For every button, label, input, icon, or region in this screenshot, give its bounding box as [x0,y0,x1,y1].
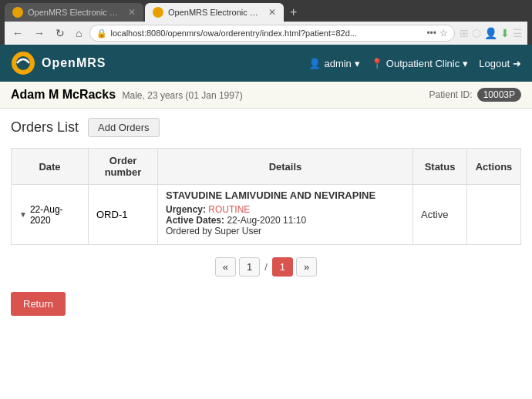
address-bar[interactable]: 🔒 localhost:8080/openmrs/owa/orderentry/… [89,25,455,42]
orders-header: Orders List Add Orders [11,118,521,137]
ordered-by: Ordered by Super User [166,226,261,236]
openmrs-logo: OpenMRS [11,51,106,75]
active-dates-value: 22-Aug-2020 11:10 [227,215,306,226]
total-pages-button[interactable]: 1 [272,257,293,277]
orders-title: Orders List [11,119,79,136]
tab-title-1: OpenMRS Electronic Medical R… [28,8,123,17]
col-details: Details [158,149,413,185]
patient-demographics: Male, 23 years (01 Jan 1997) [123,90,243,101]
browser-tab-1[interactable]: OpenMRS Electronic Medical R… ✕ [5,3,143,22]
address-text: localhost:8080/openmrs/owa/orderentry/in… [110,28,423,38]
add-orders-button[interactable]: Add Orders [88,118,159,137]
patient-name: Adam M McRacks Male, 23 years (01 Jan 19… [11,88,243,101]
screenshot-icon[interactable]: ⬡ [472,27,481,39]
chevron-down-icon[interactable]: ▼ [19,210,27,219]
tab-title-2: OpenMRS Electronic Medical … [168,8,264,17]
app-header: OpenMRS 👤 admin ▾ 📍 Outpatient Clinic ▾ … [0,45,532,82]
col-order-number: Ordernumber [89,149,158,185]
refresh-button[interactable]: ↻ [52,25,68,41]
lock-icon: 🔒 [96,28,107,39]
svg-point-1 [16,56,30,70]
order-date-cell: ▼ 22-Aug-2020 [12,185,89,245]
order-date: ▼ 22-Aug-2020 [19,204,80,226]
active-dates-label: Active Dates: [166,215,224,226]
patient-bar: Adam M McRacks Male, 23 years (01 Jan 19… [0,82,532,109]
page-content: Orders List Add Orders Date Ordernumber … [0,109,532,325]
header-right: 👤 admin ▾ 📍 Outpatient Clinic ▾ Logout ➜ [308,58,521,69]
order-details-cell: STAVUDINE LAMIVUDINE AND NEVIRAPINE Urge… [158,185,413,245]
orders-table: Date Ordernumber Details Status Actions … [11,148,521,245]
order-sub-details: Urgency: ROUTINE Active Dates: 22-Aug-20… [166,201,405,240]
dropdown-arrow: ▾ [355,58,360,69]
forward-button[interactable]: → [31,25,48,41]
address-actions: ••• ☆ [426,28,448,39]
logo-text: OpenMRS [42,56,106,70]
page-separator: / [263,261,269,273]
table-header: Date Ordernumber Details Status Actions [12,149,521,185]
browser-addressbar: ← → ↻ ⌂ 🔒 localhost:8080/openmrs/owa/ord… [5,22,527,45]
order-number-cell: ORD-1 [89,185,158,245]
user-icon: 👤 [308,58,321,69]
current-page-button[interactable]: 1 [239,257,260,277]
location-dropdown-arrow: ▾ [463,58,468,69]
openmrs-logo-icon [11,51,35,75]
patient-info-section: Adam M McRacks Male, 23 years (01 Jan 19… [11,88,243,102]
browser-right-actions: ⊞ ⬡ 👤 ⬇ ☰ [460,27,523,39]
bookmark-icon[interactable]: ☆ [439,28,448,39]
home-button[interactable]: ⌂ [72,25,85,41]
admin-menu[interactable]: 👤 admin ▾ [308,58,359,69]
menu-icon[interactable]: ☰ [513,27,523,39]
tab-favicon-2 [153,7,163,18]
extensions-icon[interactable]: ⊞ [460,27,469,39]
location-icon: 📍 [371,58,383,69]
browser-chrome: OpenMRS Electronic Medical R… ✕ OpenMRS … [0,0,532,45]
logout-button[interactable]: Logout ➜ [479,58,521,69]
first-page-button[interactable]: « [215,257,236,277]
order-number: ORD-1 [96,209,127,220]
location-menu[interactable]: 📍 Outpatient Clinic ▾ [371,58,468,69]
col-actions: Actions [467,149,521,185]
tab-close-2[interactable]: ✕ [268,7,276,18]
more-icon[interactable]: ••• [426,28,436,39]
logout-icon: ➜ [513,58,521,69]
col-status: Status [413,149,467,185]
tab-favicon-1 [12,7,23,18]
return-button[interactable]: Return [11,292,66,316]
status-badge: Active [421,209,448,220]
back-button[interactable]: ← [9,25,26,41]
drug-name: STAVUDINE LAMIVUDINE AND NEVIRAPINE [166,189,405,201]
footer-actions: Return [11,277,521,316]
patient-id-box: Patient ID: 10003P [429,88,521,102]
browser-tabs: OpenMRS Electronic Medical R… ✕ OpenMRS … [5,3,527,22]
download-icon[interactable]: ⬇ [500,27,510,39]
col-date: Date [12,149,89,185]
urgency-label: Urgency: [166,204,206,215]
new-tab-button[interactable]: + [285,5,301,19]
order-status-cell: Active [413,185,467,245]
table-body: ▼ 22-Aug-2020 ORD-1 STAVUDINE LAMIVUDINE… [12,185,521,245]
order-actions-cell [467,185,521,245]
patient-id-badge: 10003P [477,88,521,102]
patient-id-label: Patient ID: [429,89,473,100]
urgency-value: ROUTINE [208,204,250,215]
last-page-button[interactable]: » [296,257,317,277]
profile-icon[interactable]: 👤 [484,27,497,39]
pagination: « 1 / 1 » [11,257,521,277]
table-row: ▼ 22-Aug-2020 ORD-1 STAVUDINE LAMIVUDINE… [12,185,521,245]
browser-tab-2[interactable]: OpenMRS Electronic Medical … ✕ [145,3,284,22]
tab-close-1[interactable]: ✕ [128,7,136,18]
